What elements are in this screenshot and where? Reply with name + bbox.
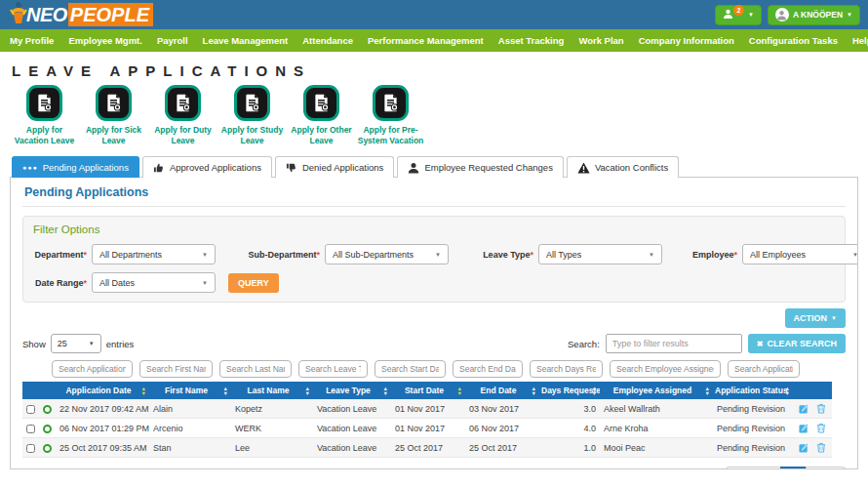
date-range-label: Date Range* xyxy=(33,278,87,288)
filter-first-name-input[interactable] xyxy=(139,360,213,378)
apply-study-leave-button[interactable]: Apply for Study Leave xyxy=(217,85,287,146)
nav-item-company-information[interactable]: Company Information xyxy=(639,35,734,46)
sort-icon[interactable]: ▲▼ xyxy=(305,386,310,395)
tab-label: Vacation Conflicts xyxy=(595,162,668,173)
apply-vacation-leave-button[interactable]: Apply for Vacation Leave xyxy=(10,85,79,146)
notifications-button[interactable]: 2 ▼ xyxy=(715,5,762,25)
cell-application-date: 25 Oct 2017 09:35 AM xyxy=(56,438,149,458)
apply-sick-leave-button[interactable]: Apply for Sick Leave xyxy=(79,85,148,146)
column-header-days-requested[interactable]: Days Requested▲▼ xyxy=(539,382,600,399)
column-header-last-name[interactable]: Last Name▲▼ xyxy=(231,382,313,399)
entries-per-page-select[interactable]: 25 ▼ xyxy=(51,334,101,353)
filter-last-name-input[interactable] xyxy=(219,360,292,378)
document-icon xyxy=(373,85,409,121)
column-header-application-date[interactable]: Application Date▲▼ xyxy=(56,382,149,399)
tab-employee-requested-changes[interactable]: Employee Requested Changes xyxy=(397,156,564,178)
delete-icon[interactable] xyxy=(814,442,828,452)
entries-suffix-label: entries xyxy=(106,339,135,349)
column-header-employee-assigned[interactable]: Employee Assigned▲▼ xyxy=(600,382,713,399)
edit-icon[interactable] xyxy=(797,442,811,452)
row-checkbox[interactable] xyxy=(26,405,35,414)
sort-icon[interactable]: ▲▼ xyxy=(592,386,597,395)
search-input[interactable] xyxy=(606,334,742,353)
sort-icon[interactable]: ▲▼ xyxy=(383,386,388,395)
notification-count-badge: 2 xyxy=(733,5,744,16)
sub-department-select[interactable]: All Sub-Departments ▼ xyxy=(325,244,449,264)
leave-type-select[interactable]: All Types ▼ xyxy=(538,244,662,264)
apply-shortcuts: Apply for Vacation Leave Apply for Sick … xyxy=(10,85,868,146)
query-button[interactable]: QUERY xyxy=(228,273,279,293)
column-header-leave-type[interactable]: Leave Type▲▼ xyxy=(313,382,391,399)
shortcut-label: Apply for Sick Leave xyxy=(79,125,148,146)
action-button-label: ACTION xyxy=(794,313,828,323)
column-header-first-name[interactable]: First Name▲▼ xyxy=(149,382,231,399)
show-label: Show xyxy=(22,339,46,349)
sort-icon[interactable]: ▲▼ xyxy=(457,386,462,395)
cell-first-name: Stan xyxy=(149,438,231,458)
logo-text-neo: NEO xyxy=(26,4,67,26)
row-checkbox[interactable] xyxy=(26,444,35,453)
nav-item-payroll[interactable]: Payroll xyxy=(157,35,188,46)
tab-approved-applications[interactable]: Approved Applications xyxy=(142,156,272,178)
pending-applications-panel: Pending Applications Filter Options Depa… xyxy=(10,177,858,469)
employee-select[interactable]: All Employees ▼ xyxy=(742,244,858,264)
delete-icon[interactable] xyxy=(814,423,828,432)
sort-icon[interactable]: ▲▼ xyxy=(705,386,710,395)
previous-page-button[interactable]: Previous xyxy=(726,467,781,469)
filter-employee-assigned-input[interactable] xyxy=(610,360,721,378)
employee-filter: Employee* All Employees ▼ xyxy=(684,244,858,264)
cell-application-status: Pending Revision xyxy=(713,438,793,458)
filter-leave-type-input[interactable] xyxy=(298,360,368,378)
filter-days-requested-input[interactable] xyxy=(530,360,603,378)
edit-icon[interactable] xyxy=(797,423,811,432)
department-select[interactable]: All Departments ▼ xyxy=(92,244,216,264)
delete-icon[interactable] xyxy=(814,403,828,413)
clear-search-button[interactable]: ✖ CLEAR SEARCH xyxy=(748,334,846,353)
shortcut-label: Apply for Vacation Leave xyxy=(10,125,79,146)
document-icon xyxy=(234,85,270,121)
tab-denied-applications[interactable]: Denied Applications xyxy=(275,156,394,178)
nav-item-work-plan[interactable]: Work Plan xyxy=(578,35,623,46)
nav-item-configuration-tasks[interactable]: Configuration Tasks xyxy=(749,35,838,46)
sort-icon[interactable]: ▲▼ xyxy=(785,386,790,395)
nav-item-leave-management[interactable]: Leave Management xyxy=(203,35,289,46)
document-icon xyxy=(303,85,339,121)
user-name: A KNÖÖPEN xyxy=(793,10,843,20)
sort-icon[interactable]: ▲▼ xyxy=(141,386,146,395)
action-button[interactable]: ACTION ▼ xyxy=(785,308,846,328)
sort-icon[interactable]: ▲▼ xyxy=(223,386,228,395)
nav-item-my-profile[interactable]: My Profile xyxy=(10,35,54,46)
required-marker: * xyxy=(83,250,87,260)
user-menu-button[interactable]: A KNÖÖPEN ▼ xyxy=(768,5,860,25)
nav-item-asset-tracking[interactable]: Asset Tracking xyxy=(498,35,565,46)
nav-item-employee-mgmt[interactable]: Employee Mgmt. xyxy=(68,35,142,46)
filter-start-date-input[interactable] xyxy=(375,360,446,378)
cell-days-requested: 3.0 xyxy=(539,399,600,419)
next-page-button[interactable]: Next xyxy=(806,467,846,469)
apply-duty-leave-button[interactable]: Apply for Duty Leave xyxy=(148,85,217,146)
employee-value: All Employees xyxy=(750,250,806,260)
column-header-application-status[interactable]: Application Status▲▼ xyxy=(713,382,793,399)
filter-end-date-input[interactable] xyxy=(453,360,523,378)
filter-application-date-input[interactable] xyxy=(52,360,133,378)
nav-item-attendance[interactable]: Attendance xyxy=(302,35,353,46)
column-header-start-date[interactable]: Start Date▲▼ xyxy=(391,382,465,399)
filter-application-status-input[interactable] xyxy=(728,360,800,378)
nav-item-performance-management[interactable]: Performance Management xyxy=(368,35,484,46)
cell-employee-assigned: Akeel Wallrath xyxy=(600,399,713,419)
sort-icon[interactable]: ▲▼ xyxy=(532,386,536,395)
apply-other-leave-button[interactable]: Apply for Other Leave xyxy=(287,85,356,146)
cell-start-date: 01 Nov 2017 xyxy=(391,399,465,419)
edit-icon[interactable] xyxy=(797,403,811,413)
tab-pending-applications[interactable]: ●●● Pending Applications xyxy=(12,156,139,178)
chevron-down-icon: ▼ xyxy=(435,252,441,258)
date-range-select[interactable]: All Dates ▼ xyxy=(92,272,216,293)
cell-application-status: Pending Revision xyxy=(713,419,793,438)
apply-pre-system-vacation-button[interactable]: Apply for Pre-System Vacation xyxy=(356,85,425,146)
row-checkbox[interactable] xyxy=(26,425,35,433)
column-header-end-date[interactable]: End Date▲▼ xyxy=(465,382,539,399)
nav-item-help[interactable]: Help xyxy=(852,35,868,46)
tab-vacation-conflicts[interactable]: Vacation Conflicts xyxy=(567,156,679,178)
page-1-button[interactable]: 1 xyxy=(780,467,807,469)
chevron-down-icon: ▼ xyxy=(202,280,208,286)
